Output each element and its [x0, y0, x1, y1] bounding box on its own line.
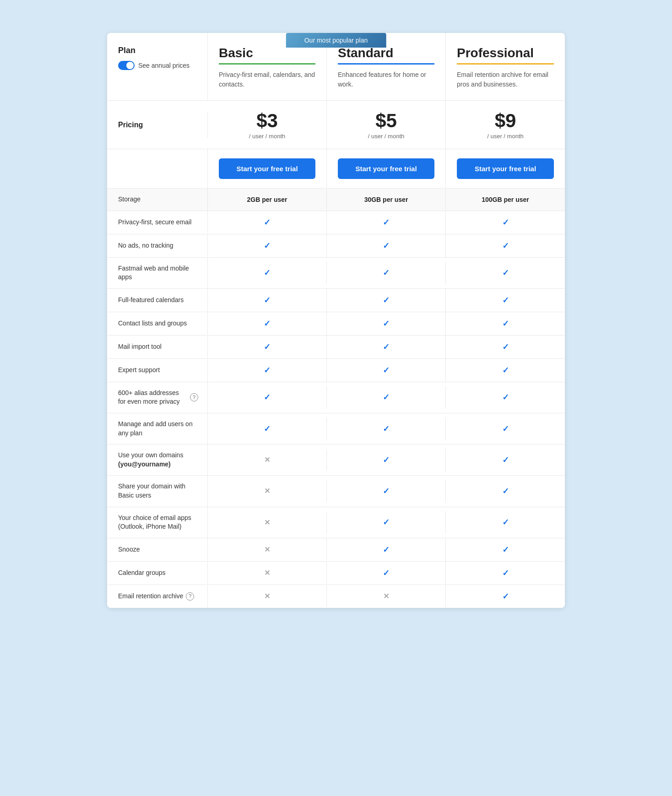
feature-name-secure-email: Privacy-first, secure email — [107, 211, 208, 233]
feature-standard-apps: ✓ — [327, 261, 446, 284]
feature-row-contacts: Contact lists and groups ✓ ✓ ✓ — [107, 312, 565, 336]
plan-standard-underline — [338, 63, 434, 65]
feature-standard-email-archive: ✕ — [327, 585, 446, 607]
feature-professional-calendars: ✓ — [446, 289, 565, 312]
feature-professional-snooze: ✓ — [446, 538, 565, 561]
feature-basic-no-ads: ✓ — [208, 234, 327, 257]
pricing-label: Pricing — [107, 112, 208, 138]
feature-name-email-apps: Your choice of email apps (Outlook, iPho… — [107, 507, 208, 538]
check-icon: ✓ — [383, 366, 390, 375]
feature-basic-snooze: ✕ — [208, 539, 327, 560]
feature-professional-contacts: ✓ — [446, 312, 565, 335]
feature-name-alias: 600+ alias addresses for even more priva… — [107, 382, 208, 413]
check-icon: ✓ — [502, 218, 509, 227]
feature-standard-own-domains: ✓ — [327, 449, 446, 471]
plan-professional-header: Professional Email retention archive for… — [446, 33, 565, 100]
check-icon: ✓ — [502, 455, 509, 465]
feature-basic-support: ✓ — [208, 359, 327, 382]
price-standard-cell: $5 / user / month — [327, 101, 446, 149]
plan-label: Plan — [118, 46, 196, 55]
cross-icon: ✕ — [383, 592, 389, 600]
alias-tooltip-icon[interactable]: ? — [190, 393, 198, 401]
feature-basic-email-apps: ✕ — [208, 512, 327, 533]
feature-row-manage-users: Manage and add users on any plan ✓ ✓ ✓ — [107, 413, 565, 444]
feature-standard-share-domain: ✓ — [327, 480, 446, 503]
check-icon: ✓ — [502, 487, 509, 496]
price-professional-cell: $9 / user / month — [446, 101, 565, 149]
price-basic-amount: $3 — [219, 110, 315, 132]
annual-toggle-switch[interactable] — [118, 61, 135, 70]
check-icon: ✓ — [383, 424, 390, 433]
feature-row-no-ads: No ads, no tracking ✓ ✓ ✓ — [107, 234, 565, 258]
feature-row-alias: 600+ alias addresses for even more priva… — [107, 382, 565, 413]
feature-name-support: Expert support — [107, 359, 208, 381]
feature-row-own-domains: Use your own domains (you@yourname) ✕ ✓ … — [107, 444, 565, 476]
feature-row-mail-import: Mail import tool ✓ ✓ ✓ — [107, 336, 565, 359]
feature-professional-calendar-groups: ✓ — [446, 562, 565, 585]
plan-basic-name: Basic — [219, 46, 315, 60]
cross-icon: ✕ — [264, 487, 270, 495]
cta-empty-cell — [107, 149, 208, 188]
check-icon: ✓ — [264, 268, 271, 277]
archive-tooltip-icon[interactable]: ? — [186, 592, 194, 601]
check-icon: ✓ — [264, 319, 271, 328]
feature-row-secure-email: Privacy-first, secure email ✓ ✓ ✓ — [107, 211, 565, 234]
check-icon: ✓ — [502, 569, 509, 578]
pricing-row: Pricing $3 / user / month $5 / user / mo… — [107, 101, 565, 149]
price-basic-per: / user / month — [219, 133, 315, 140]
feature-professional-manage-users: ✓ — [446, 417, 565, 440]
check-icon: ✓ — [502, 319, 509, 328]
feature-standard-support: ✓ — [327, 359, 446, 382]
feature-name-calendars: Full-featured calendars — [107, 289, 208, 311]
cta-row: Start your free trial Start your free tr… — [107, 149, 565, 189]
feature-basic-contacts: ✓ — [208, 312, 327, 335]
feature-standard-secure-email: ✓ — [327, 211, 446, 234]
feature-professional-email-apps: ✓ — [446, 511, 565, 534]
feature-row-email-archive: Email retention archive ? ✕ ✕ ✓ — [107, 585, 565, 608]
check-icon: ✓ — [383, 518, 390, 527]
feature-professional-no-ads: ✓ — [446, 234, 565, 257]
check-icon: ✓ — [383, 487, 390, 496]
plan-professional-underline — [457, 63, 554, 65]
cross-icon: ✕ — [264, 456, 270, 464]
check-icon: ✓ — [383, 268, 390, 277]
check-icon: ✓ — [383, 455, 390, 465]
feature-name-mail-import: Mail import tool — [107, 336, 208, 358]
feature-name-storage: Storage — [107, 189, 208, 211]
check-icon: ✓ — [502, 296, 509, 305]
feature-name-contacts: Contact lists and groups — [107, 313, 208, 335]
feature-basic-own-domains: ✕ — [208, 449, 327, 471]
annual-toggle-label: See annual prices — [138, 62, 190, 69]
check-icon: ✓ — [502, 592, 509, 601]
feature-basic-manage-users: ✓ — [208, 417, 327, 440]
cta-professional-cell: Start your free trial — [446, 149, 565, 188]
cta-basic-button[interactable]: Start your free trial — [219, 158, 315, 179]
feature-row-email-apps: Your choice of email apps (Outlook, iPho… — [107, 507, 565, 538]
check-icon: ✓ — [502, 545, 509, 554]
feature-basic-calendar-groups: ✕ — [208, 562, 327, 584]
check-icon: ✓ — [264, 393, 271, 402]
cta-basic-cell: Start your free trial — [208, 149, 327, 188]
feature-name-apps: Fastmail web and mobile apps — [107, 258, 208, 288]
plan-basic-underline — [219, 63, 315, 65]
plan-professional-name: Professional — [457, 46, 554, 60]
feature-standard-snooze: ✓ — [327, 538, 446, 561]
plan-basic-desc: Privacy-first email, calendars, and cont… — [219, 70, 315, 89]
feature-professional-storage: 100GB per user — [446, 190, 565, 210]
cross-icon: ✕ — [264, 569, 270, 577]
price-professional-per: / user / month — [457, 133, 554, 140]
cta-standard-button[interactable]: Start your free trial — [338, 158, 434, 179]
plan-standard-desc: Enhanced features for home or work. — [338, 70, 434, 89]
check-icon: ✓ — [502, 366, 509, 375]
feature-professional-mail-import: ✓ — [446, 336, 565, 358]
feature-row-calendars: Full-featured calendars ✓ ✓ ✓ — [107, 289, 565, 312]
check-icon: ✓ — [383, 569, 390, 578]
feature-basic-share-domain: ✕ — [208, 480, 327, 502]
plan-label-cell: Plan See annual prices — [107, 33, 208, 100]
feature-professional-apps: ✓ — [446, 261, 565, 284]
price-standard-amount: $5 — [338, 110, 434, 132]
feature-name-email-archive: Email retention archive ? — [107, 585, 208, 607]
check-icon: ✓ — [502, 241, 509, 250]
feature-name-manage-users: Manage and add users on any plan — [107, 413, 208, 444]
cta-professional-button[interactable]: Start your free trial — [457, 158, 554, 179]
